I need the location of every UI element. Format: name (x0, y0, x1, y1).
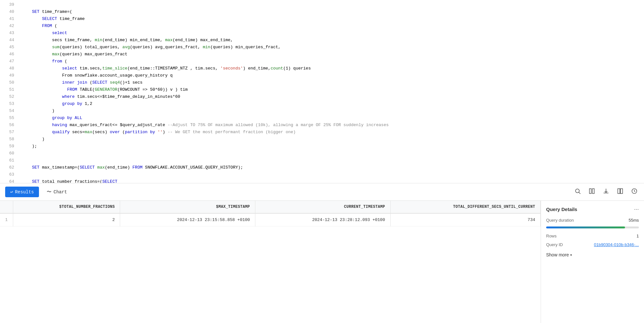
query-id-row: Query ID 01b90304-010b-b346-... (546, 242, 639, 247)
search-icon[interactable] (573, 187, 582, 197)
col-header-current-timestamp: CURRENT_TIMESTAMP (255, 201, 391, 213)
rows-label: Rows (546, 234, 557, 238)
svg-rect-2 (590, 189, 592, 194)
duration-value: 55ms (629, 218, 639, 223)
svg-line-1 (579, 192, 581, 194)
query-id-value[interactable]: 01b90304-010b-b346-... (594, 242, 639, 247)
results-area: $TOTAL_NUMBER_FRACTIONS $MAX_TIMESTAMP C… (0, 201, 644, 323)
duration-row: Query duration 55ms (546, 218, 639, 223)
cell-rownum: 1 (0, 213, 13, 226)
table-header: $TOTAL_NUMBER_FRACTIONS $MAX_TIMESTAMP C… (0, 201, 541, 213)
duration-label: Query duration (546, 218, 574, 223)
chevron-down-icon: ▾ (570, 253, 572, 257)
show-more-label: Show more (546, 252, 569, 257)
columns-icon[interactable] (587, 187, 596, 197)
svg-rect-5 (620, 189, 623, 194)
cell-current-timestamp: 2024-12-13 23:28:12.093 +0100 (255, 213, 391, 226)
svg-rect-4 (618, 189, 620, 194)
code-content[interactable]: SET time_frame=( SELECT time_frame FROM … (19, 0, 644, 183)
split-icon[interactable] (616, 187, 625, 197)
table-body: 1 2 2024-12-13 23:15:58.858 +0100 2024-1… (0, 213, 541, 226)
col-header-rownum (0, 201, 13, 213)
svg-point-0 (575, 189, 579, 193)
col-header-total-secs: TOTAL_DIFFERENT_SECS_UNTIL_CURRENT (390, 201, 540, 213)
results-table-container[interactable]: $TOTAL_NUMBER_FRACTIONS $MAX_TIMESTAMP C… (0, 201, 541, 323)
toolbar: ↩ Results 〜 Chart (0, 183, 644, 201)
cell-max-timestamp: 2024-12-13 23:15:58.858 +0100 (120, 213, 255, 226)
query-details-title: Query Details (546, 207, 577, 212)
results-arrow-icon: ↩ (10, 189, 13, 195)
download-icon[interactable] (601, 187, 611, 197)
progress-bar-fill (546, 226, 625, 228)
cell-total-fractions: 2 (13, 213, 120, 226)
svg-rect-3 (592, 189, 594, 194)
col-header-total-fractions: $TOTAL_NUMBER_FRACTIONS (13, 201, 120, 213)
results-button[interactable]: ↩ Results (5, 187, 39, 197)
duration-progress (546, 226, 639, 228)
progress-bar-bg (546, 226, 639, 228)
line-numbers: 3940414243444546474849505152535455565758… (0, 0, 19, 183)
rows-row: Rows 1 (546, 234, 639, 238)
code-editor: 3940414243444546474849505152535455565758… (0, 0, 644, 183)
results-label: Results (15, 189, 34, 195)
query-details-header: Query Details ··· (546, 206, 639, 213)
toolbar-right (573, 187, 639, 197)
clock-icon[interactable] (630, 187, 639, 197)
rows-value: 1 (637, 234, 639, 238)
table-row: 1 2 2024-12-13 23:15:58.858 +0100 2024-1… (0, 213, 541, 226)
more-options-icon[interactable]: ··· (634, 206, 639, 213)
cell-total-secs: 734 (390, 213, 540, 226)
query-details-panel: Query Details ··· Query duration 55ms Ro… (541, 201, 644, 323)
chart-line-icon: 〜 (47, 189, 52, 195)
show-more-button[interactable]: Show more ▾ (546, 251, 572, 259)
chart-label: Chart (53, 189, 67, 195)
col-header-max-timestamp: $MAX_TIMESTAMP (120, 201, 255, 213)
query-id-label: Query ID (546, 242, 563, 247)
chart-button[interactable]: 〜 Chart (42, 186, 72, 198)
results-table: $TOTAL_NUMBER_FRACTIONS $MAX_TIMESTAMP C… (0, 201, 541, 226)
